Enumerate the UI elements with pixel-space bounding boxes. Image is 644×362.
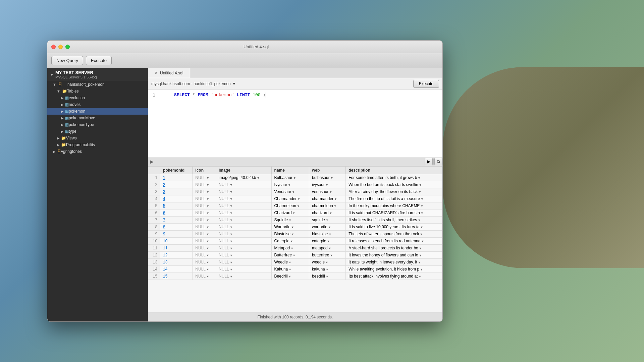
dropdown-icon[interactable]: ▼ <box>291 226 294 229</box>
table-cell[interactable]: 3 <box>160 188 193 195</box>
dropdown-icon[interactable]: ▼ <box>297 197 300 201</box>
dropdown-icon[interactable]: ▼ <box>206 261 209 264</box>
dropdown-icon[interactable]: ▼ <box>421 240 424 243</box>
table-cell[interactable]: 13 <box>160 259 193 266</box>
id-link[interactable]: 4 <box>163 196 165 201</box>
id-link[interactable]: 12 <box>163 253 167 257</box>
table-cell[interactable]: 9 <box>160 231 193 238</box>
id-link[interactable]: 7 <box>163 218 165 222</box>
dropdown-icon[interactable]: ▼ <box>418 275 421 278</box>
dropdown-icon[interactable]: ▼ <box>297 204 300 208</box>
dropdown-icon[interactable]: ▼ <box>329 190 332 194</box>
dropdown-icon[interactable]: ▼ <box>293 176 296 180</box>
dropdown-icon[interactable]: ▼ <box>419 247 422 250</box>
sidebar-server[interactable]: ▼ MY TEST SERVER MySQL Server 5.1.56-log <box>47 68 148 81</box>
dropdown-icon[interactable]: ▼ <box>288 183 291 187</box>
sidebar-item-tables[interactable]: ▼ 📁 Tables <box>47 88 148 95</box>
dropdown-icon[interactable]: ▼ <box>230 254 233 257</box>
col-header-web[interactable]: web <box>309 167 346 174</box>
dropdown-icon[interactable]: ▼ <box>290 247 293 250</box>
dropdown-icon[interactable]: ▼ <box>230 247 233 250</box>
dropdown-icon[interactable]: ▼ <box>206 190 209 194</box>
dropdown-icon[interactable]: ▼ <box>206 197 209 201</box>
dropdown-icon[interactable]: ▼ <box>420 226 423 229</box>
dropdown-icon[interactable]: ▼ <box>230 197 233 201</box>
id-link[interactable]: 1 <box>163 175 165 180</box>
sidebar-item-moves[interactable]: ▶ ▦ moves <box>47 101 148 108</box>
table-cell[interactable]: 10 <box>160 238 193 245</box>
sidebar-item-views[interactable]: ▶ 📁 Views <box>47 135 148 141</box>
dropdown-icon[interactable]: ▼ <box>206 240 209 243</box>
table-cell[interactable]: 5 <box>160 202 193 209</box>
dropdown-icon[interactable]: ▼ <box>206 275 209 278</box>
dropdown-icon[interactable]: ▼ <box>330 254 333 257</box>
sql-code[interactable]: SELECT * FROM `pokemon` LIMIT 100 ; <box>171 93 269 98</box>
dropdown-icon[interactable]: ▼ <box>230 268 233 271</box>
dropdown-icon[interactable]: ▼ <box>420 268 423 271</box>
table-cell[interactable]: 4 <box>160 195 193 202</box>
dropdown-icon[interactable]: ▼ <box>230 240 233 243</box>
dropdown-icon[interactable]: ▼ <box>418 219 421 222</box>
dropdown-icon[interactable]: ▼ <box>328 247 331 250</box>
dropdown-icon[interactable]: ▼ <box>326 275 329 278</box>
copy-button[interactable]: ⧉ <box>434 158 442 165</box>
dropdown-icon[interactable]: ▼ <box>329 212 332 215</box>
dropdown-icon[interactable]: ▼ <box>327 240 330 243</box>
dropdown-icon[interactable]: ▼ <box>206 268 209 271</box>
dropdown-icon[interactable]: ▼ <box>230 233 233 236</box>
dropdown-icon[interactable]: ▼ <box>206 254 209 257</box>
dropdown-icon[interactable]: ▼ <box>230 204 233 208</box>
dropdown-icon[interactable]: ▼ <box>257 176 260 180</box>
dropdown-icon[interactable]: ▼ <box>290 240 293 243</box>
dropdown-icon[interactable]: ▼ <box>230 219 233 222</box>
minimize-button[interactable] <box>58 45 63 49</box>
dropdown-icon[interactable]: ▼ <box>291 233 294 236</box>
dropdown-icon[interactable]: ▼ <box>421 197 424 201</box>
id-link[interactable]: 15 <box>163 274 167 279</box>
dropdown-icon[interactable]: ▼ <box>206 204 209 208</box>
dropdown-icon[interactable]: ▼ <box>328 226 331 229</box>
id-link[interactable]: 2 <box>163 182 165 187</box>
col-header-description[interactable]: description <box>346 167 442 174</box>
table-cell[interactable]: 8 <box>160 224 193 231</box>
id-link[interactable]: 9 <box>163 232 165 236</box>
table-cell[interactable]: 11 <box>160 245 193 252</box>
table-cell[interactable]: 12 <box>160 252 193 259</box>
dropdown-icon[interactable]: ▼ <box>206 247 209 250</box>
id-link[interactable]: 10 <box>163 239 167 243</box>
dropdown-icon[interactable]: ▼ <box>230 190 233 194</box>
sidebar-item-pokemontype[interactable]: ▶ ▦ pokemonType <box>47 121 148 128</box>
col-header-image[interactable]: image <box>216 167 271 174</box>
dropdown-icon[interactable]: ▼ <box>419 183 422 187</box>
dropdown-icon[interactable]: ▼ <box>206 233 209 236</box>
dropdown-icon[interactable]: ▼ <box>334 204 337 208</box>
dropdown-icon[interactable]: ▼ <box>328 233 331 236</box>
sidebar-item-vgringtones[interactable]: ▶ 🗄 vgringtones <box>47 148 148 155</box>
dropdown-icon[interactable]: ▼ <box>288 219 291 222</box>
maximize-button[interactable] <box>65 45 70 49</box>
dropdown-icon[interactable]: ▼ <box>420 233 423 236</box>
dropdown-icon[interactable]: ▼ <box>418 176 421 180</box>
dropdown-icon[interactable]: ▼ <box>288 275 291 278</box>
id-link[interactable]: 5 <box>163 203 165 208</box>
table-cell[interactable]: 15 <box>160 273 193 280</box>
sidebar-item-programmability[interactable]: ▶ 📁 Programmability <box>47 141 148 148</box>
editor-empty-space[interactable] <box>148 98 442 144</box>
sidebar-item-pokemon[interactable]: ▶ ▦ pokemon <box>47 108 148 115</box>
results-table-wrapper[interactable]: pokemonId icon image name web descriptio… <box>148 166 442 312</box>
dropdown-icon[interactable]: ▼ <box>330 176 333 180</box>
dropdown-icon[interactable]: ▼ <box>230 275 233 278</box>
dropdown-icon[interactable]: ▼ <box>230 226 233 229</box>
dropdown-icon[interactable]: ▼ <box>325 261 328 264</box>
tab-close-icon[interactable]: ✕ <box>155 71 158 75</box>
sidebar-item-type[interactable]: ▶ ▦ type <box>47 128 148 135</box>
close-button[interactable] <box>51 45 56 49</box>
table-cell[interactable]: 14 <box>160 266 193 273</box>
dropdown-icon[interactable]: ▼ <box>206 219 209 222</box>
query-editor[interactable]: 1 SELECT * FROM `pokemon` LIMIT 100 ; <box>148 90 442 157</box>
dropdown-icon[interactable]: ▼ <box>326 268 329 271</box>
col-header-icon[interactable]: icon <box>193 167 216 174</box>
dropdown-icon[interactable]: ▼ <box>420 204 423 208</box>
dropdown-icon[interactable]: ▼ <box>292 190 295 194</box>
dropdown-icon[interactable]: ▼ <box>421 212 424 215</box>
